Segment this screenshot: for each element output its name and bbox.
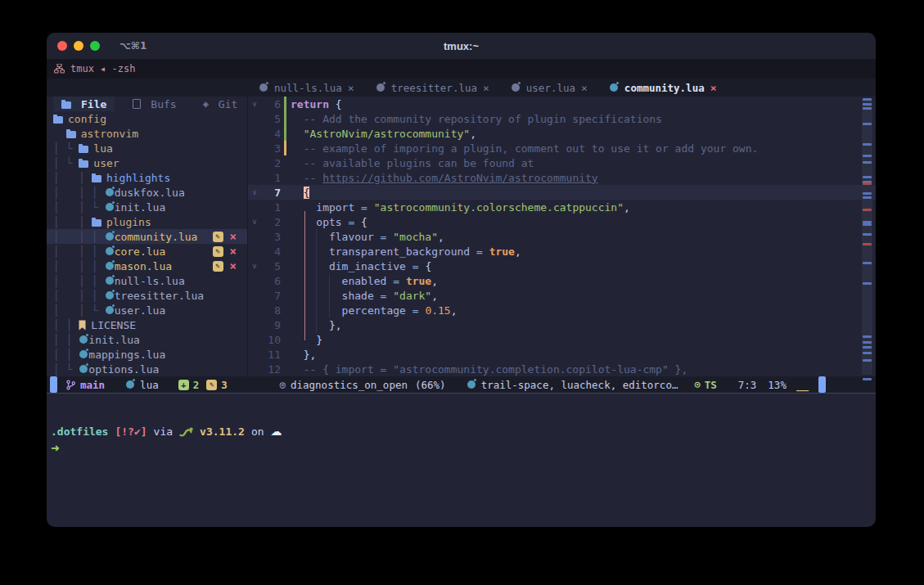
code-token: } xyxy=(291,334,322,346)
scroll-percent: 13% xyxy=(768,379,787,391)
modified-badge-icon: ✎ xyxy=(213,261,223,272)
minimap-mark xyxy=(863,107,872,110)
fold-marker[interactable]: ∨ xyxy=(248,100,261,108)
tree-item-config[interactable]: config xyxy=(47,111,247,126)
tab-treesitter.lua[interactable]: treesitter.lua× xyxy=(376,82,489,94)
tab-user.lua[interactable]: user.lua× xyxy=(511,82,588,94)
tree-guides: │ │ │ xyxy=(53,275,105,287)
tree-item-mason.lua[interactable]: │ │ │ mason.lua✎× xyxy=(47,259,247,273)
tab-close-icon[interactable]: × xyxy=(710,82,717,94)
minimize-button[interactable] xyxy=(74,41,83,51)
tree-item-astronvim[interactable]: astronvim xyxy=(47,126,247,141)
fold-marker[interactable]: ∨ xyxy=(248,262,261,270)
gitsign-column xyxy=(281,273,291,288)
code-text: enabled = true, xyxy=(291,275,438,287)
macos-tab-bar[interactable]: tmux ◂ -zsh xyxy=(47,59,876,79)
fold-marker[interactable]: ∨ xyxy=(248,188,261,196)
code-text: transparent_background = true, xyxy=(291,245,521,258)
tree-item-core.lua[interactable]: │ │ │ core.lua✎× xyxy=(47,244,247,259)
sidebar-tab-label: File xyxy=(81,98,106,110)
tree-guides: │ │ └ xyxy=(53,304,105,317)
code-token: }, xyxy=(291,349,316,361)
linters-list: trail-space, luacheck, editorco… xyxy=(481,379,678,391)
tree-guides: │ └ xyxy=(53,363,79,376)
close-button[interactable] xyxy=(57,41,67,51)
code-line: 6 enabled = true, xyxy=(248,273,876,288)
minimap-mark xyxy=(863,192,872,195)
tree-item-plugins[interactable]: │ │ plugins xyxy=(47,214,247,229)
tree-item-lua[interactable]: │ └ lua xyxy=(47,141,247,155)
code-token: { xyxy=(304,187,310,199)
zoom-button[interactable] xyxy=(90,41,100,51)
gitsign-column xyxy=(281,97,291,111)
prompt-via: via xyxy=(154,425,173,438)
gitsign-column xyxy=(281,185,291,200)
gitsign-column xyxy=(281,141,291,155)
fold-marker[interactable]: ∨ xyxy=(248,218,261,226)
scrollbar-minimap[interactable] xyxy=(862,98,872,375)
tree-guides: │ │ │ xyxy=(53,231,105,243)
tree-item-options.lua[interactable]: │ └ options.lua xyxy=(47,362,247,376)
line-number: 8 xyxy=(261,304,281,317)
tree-guides: │ └ xyxy=(53,157,79,169)
tree-item-duskfox.lua[interactable]: │ │ │ duskfox.lua xyxy=(47,185,247,200)
gitsign-bar xyxy=(284,126,286,141)
window-title: tmux:~ xyxy=(47,40,876,52)
code-token: -- example of imporing a plugin, comment… xyxy=(291,142,758,155)
line-number: 7 xyxy=(261,290,281,302)
python-snake-icon xyxy=(179,426,193,437)
code-token: 0.15 xyxy=(425,304,450,317)
tab-close-icon[interactable]: × xyxy=(581,82,588,94)
prompt-on: on xyxy=(251,425,264,438)
editor-pane[interactable]: ∨6return {5 -- Add the community reposit… xyxy=(248,97,876,376)
tab-community.lua[interactable]: community.lua× xyxy=(609,82,717,94)
tree-item-user.lua[interactable]: │ │ └ user.lua xyxy=(47,303,247,317)
shell-pane[interactable]: .dotfiles[!?✔]viav3.11.2on☁ ➜ xyxy=(47,394,876,527)
lua-icon xyxy=(106,188,114,196)
code-text: }, xyxy=(291,349,316,361)
prompt-python-version: v3.11.2 xyxy=(200,425,245,438)
code-token: , xyxy=(431,290,438,302)
git-branch-name[interactable]: main xyxy=(80,379,105,391)
tree-item-label: highlights xyxy=(106,172,170,184)
code-line: ∨6return { xyxy=(248,97,876,111)
prompt-arrow[interactable]: ➜ xyxy=(51,442,60,454)
sidebar-tab-git[interactable]: ◈Git xyxy=(195,97,246,111)
tree-item-null-ls.lua[interactable]: │ │ │ null-ls.lua xyxy=(47,273,247,288)
tree-item-init.lua[interactable]: │ │ init.lua xyxy=(47,332,247,347)
folder-icon xyxy=(79,146,88,153)
code-token xyxy=(291,187,304,199)
minimap-mark xyxy=(863,182,872,185)
code-token: = xyxy=(406,260,425,272)
tree-item-community.lua[interactable]: │ │ │ community.lua✎× xyxy=(47,229,247,244)
tree-item-treesitter.lua[interactable]: │ │ │ treesitter.lua xyxy=(47,288,247,303)
statusline-message: diagnostics_on_open xyxy=(291,379,408,391)
tab-close-icon[interactable]: × xyxy=(348,82,354,94)
diagnostic-x-icon: × xyxy=(230,246,237,257)
tree-item-highlights[interactable]: │ │ highlights xyxy=(47,170,247,185)
tab-null-ls.lua[interactable]: null-ls.lua× xyxy=(259,82,354,94)
terminal-window: ⌥⌘1 tmux:~ tmux ◂ -zsh null-ls.lua×trees… xyxy=(47,33,876,527)
tree-item-mappings.lua[interactable]: │ │ mappings.lua xyxy=(47,347,247,362)
tree-item-user[interactable]: │ └ user xyxy=(47,155,247,170)
sidebar-tab-file[interactable]: File xyxy=(53,97,115,111)
minimap-mark xyxy=(863,98,872,101)
lua-icon xyxy=(106,232,114,241)
sidebar-tab-label: Git xyxy=(219,98,237,110)
nvim-statusline: main lua + 2 ✎ 3 ◎ diagnostics_on_open (… xyxy=(47,376,876,393)
sidebar-tab-bufs[interactable]: Bufs xyxy=(124,97,184,111)
line-number: 10 xyxy=(261,334,281,346)
tree-item-LICENSE[interactable]: │ │ LICENSE xyxy=(47,317,247,332)
minimap-mark xyxy=(863,103,872,106)
code-token: -- xyxy=(291,172,322,184)
tree-guides: │ │ │ xyxy=(53,290,105,302)
code-token: { xyxy=(361,216,367,228)
tab-close-icon[interactable]: × xyxy=(483,82,489,94)
tree-item-label: plugins xyxy=(106,216,151,228)
tree-item-label: core.lua xyxy=(115,245,166,258)
line-number: 2 xyxy=(261,216,281,228)
tree-item-init.lua[interactable]: │ │ └ init.lua xyxy=(47,200,247,214)
lua-filetype-icon xyxy=(126,380,134,389)
code-line: 3 -- example of imporing a plugin, comme… xyxy=(248,141,876,155)
code-line: 10 } xyxy=(248,332,876,347)
